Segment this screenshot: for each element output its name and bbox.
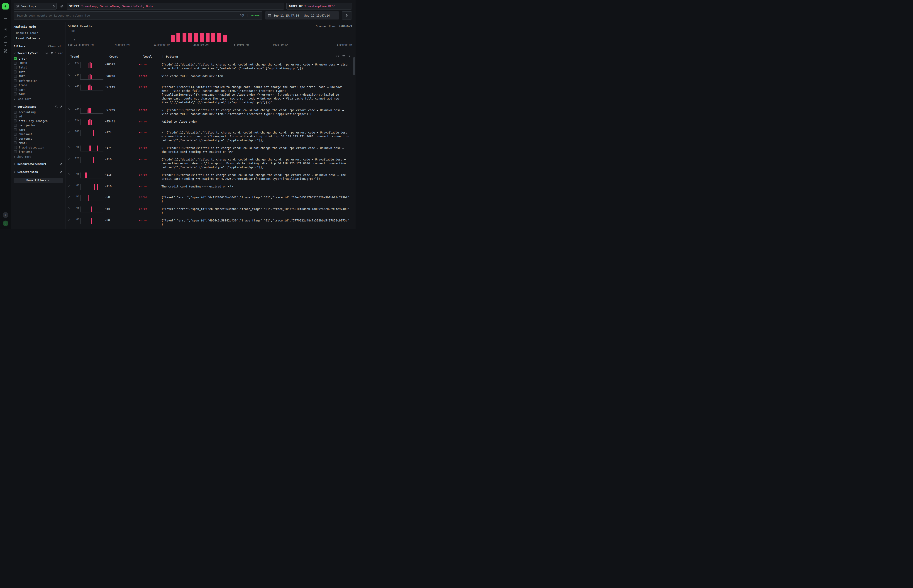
pin-filter-icon[interactable] xyxy=(60,170,63,174)
analysis-mode-option[interactable]: Results Table xyxy=(14,31,63,36)
service-filter-option[interactable]: artillery-loadgen xyxy=(14,119,63,123)
expand-row-icon[interactable] xyxy=(68,145,73,149)
severity-filter-option[interactable]: fatal xyxy=(14,65,63,70)
expand-row-icon[interactable] xyxy=(68,218,73,222)
pattern-text-cell[interactable]: × {"code":13,"details":"failed to charge… xyxy=(162,62,352,70)
filter-search-icon[interactable] xyxy=(55,105,58,108)
expand-row-icon[interactable] xyxy=(68,172,73,176)
source-select[interactable]: Demo Logs xyxy=(14,3,57,10)
expand-row-icon[interactable] xyxy=(68,119,73,123)
search-input[interactable] xyxy=(16,14,238,17)
pattern-row[interactable]: 60 ~58 error × {"level":"error","span_id… xyxy=(68,216,352,228)
severity-filter-option[interactable]: error xyxy=(14,57,63,61)
dashboards-icon[interactable] xyxy=(3,49,8,53)
filter-search-icon[interactable] xyxy=(45,52,49,55)
pattern-row[interactable]: 22K ~97069 error × {"code":13,"details":… xyxy=(68,106,352,117)
pin-filter-icon[interactable] xyxy=(50,52,53,55)
checkbox[interactable] xyxy=(14,57,17,60)
pattern-text-cell[interactable]: × The credit card (ending <*> expired on… xyxy=(162,184,352,188)
checkbox[interactable] xyxy=(14,71,17,73)
service-filter-option[interactable]: currency xyxy=(14,136,63,141)
pin-filter-icon[interactable] xyxy=(60,162,63,166)
checkbox[interactable] xyxy=(14,124,17,127)
pattern-row[interactable]: 60 ~174 error × {"code":13,"details":"fa… xyxy=(68,144,352,155)
clear-severity-link[interactable]: Clear xyxy=(55,52,63,55)
expand-row-icon[interactable] xyxy=(68,195,73,199)
service-filter-option[interactable]: email xyxy=(14,141,63,145)
service-filter-option[interactable]: fraud-detection xyxy=(14,145,63,150)
filter-group-collapsed[interactable]: ScopeVersion xyxy=(14,169,63,175)
filter-group-collapsed[interactable]: ResourceSchemaUrl xyxy=(14,161,63,167)
pattern-text-cell[interactable]: × {"level":"error","span_id":"0c11220615… xyxy=(162,195,352,203)
sidebar-toggle-icon[interactable] xyxy=(3,15,8,19)
select-query-input[interactable]: SELECT Timestamp, ServiceName, SeverityT… xyxy=(67,3,284,10)
code-view-icon[interactable] xyxy=(336,54,339,58)
severity-filter-option[interactable]: INFO xyxy=(14,74,63,79)
column-header-trend[interactable]: Trend xyxy=(68,55,105,58)
checkbox[interactable] xyxy=(14,150,17,153)
filter-group-severitytext[interactable]: SeverityText Clear xyxy=(14,50,63,57)
checkbox[interactable] xyxy=(14,75,17,78)
checkbox[interactable] xyxy=(14,146,17,149)
pattern-row[interactable]: 22K ~98523 error × {"code":13,"details":… xyxy=(68,60,352,72)
pattern-text-cell[interactable]: × {"level":"error","span_id":"6b64c6c588… xyxy=(162,218,352,226)
pattern-text-cell[interactable]: × {"level":"error","span_id":"eb870ecef0… xyxy=(162,206,352,215)
pattern-row[interactable]: 60 ~58 error × {"level":"error","span_id… xyxy=(68,228,352,229)
pattern-row[interactable]: 120 ~116 error × {"code":13,"details":"f… xyxy=(68,155,352,170)
severity-filter-option[interactable]: WARN xyxy=(14,92,63,96)
pattern-row[interactable]: 24K ~98058 error × Visa cache full: cann… xyxy=(68,72,352,82)
search-logs-icon[interactable] xyxy=(3,27,8,32)
severity-filter-option[interactable]: info xyxy=(14,70,63,74)
pattern-text-cell[interactable]: × Failed to place order xyxy=(162,119,352,124)
pattern-text-cell[interactable]: × {"code":13,"details":"failed to charge… xyxy=(162,107,352,116)
column-header-level[interactable]: ⋮ level xyxy=(139,55,162,58)
sql-mode-toggle[interactable]: SQL xyxy=(240,14,245,17)
clear-all-filters-link[interactable]: Clear all xyxy=(48,45,63,48)
checkbox[interactable] xyxy=(14,88,17,91)
source-settings-gear-icon[interactable] xyxy=(59,3,65,9)
expand-row-icon[interactable] xyxy=(68,130,73,134)
column-header-count[interactable]: ⋮ Count xyxy=(105,55,139,58)
severity-filter-option[interactable]: warn xyxy=(14,87,63,92)
histogram-plot[interactable] xyxy=(77,30,352,42)
expand-row-icon[interactable] xyxy=(68,157,73,161)
scrollbar-thumb[interactable] xyxy=(353,57,355,75)
app-logo[interactable] xyxy=(2,3,9,10)
pin-filter-icon[interactable] xyxy=(60,105,63,108)
checkbox[interactable] xyxy=(14,137,17,140)
service-filter-option[interactable]: cainjector xyxy=(14,123,63,128)
load-more-link[interactable]: Load more xyxy=(14,97,63,102)
filter-group-servicename[interactable]: ServiceName xyxy=(14,103,63,110)
user-avatar[interactable]: U xyxy=(3,221,8,226)
analysis-mode-option[interactable]: Event Patterns xyxy=(14,36,63,41)
expand-row-icon[interactable] xyxy=(68,62,73,66)
service-filter-option[interactable]: cart xyxy=(14,128,63,132)
checkbox[interactable] xyxy=(14,132,17,136)
wrap-lines-icon[interactable] xyxy=(342,54,345,58)
expand-row-icon[interactable] xyxy=(68,73,73,77)
severity-filter-option[interactable]: trace xyxy=(14,83,63,87)
more-filters-button[interactable]: More filters xyxy=(14,178,63,183)
date-range-picker[interactable]: Sep 11 15:47:14 - Sep 12 15:47:14 xyxy=(265,11,339,19)
checkbox[interactable] xyxy=(14,115,17,118)
checkbox[interactable] xyxy=(14,92,17,95)
sessions-monitor-icon[interactable] xyxy=(3,42,8,46)
pattern-text-cell[interactable]: × {"code":13,"details":"failed to charge… xyxy=(162,145,352,154)
checkbox[interactable] xyxy=(14,84,17,87)
pattern-text-cell[interactable]: × {"code":13,"details":"failed to charge… xyxy=(162,157,352,169)
service-filter-option[interactable]: frontend xyxy=(14,150,63,154)
pattern-row[interactable]: 60 ~58 error × {"level":"error","span_id… xyxy=(68,204,352,216)
chart-explorer-icon[interactable] xyxy=(3,34,8,39)
expand-row-icon[interactable] xyxy=(68,84,73,88)
pattern-row[interactable]: 22K ~97360 error × {"error":{"code":13,"… xyxy=(68,82,352,106)
checkbox[interactable] xyxy=(14,66,17,69)
checkbox[interactable] xyxy=(14,79,17,82)
column-header-pattern[interactable]: ⋮ Pattern xyxy=(162,55,334,58)
lucene-mode-toggle[interactable]: Lucene xyxy=(250,14,259,17)
column-resize-handle[interactable]: ⋮ xyxy=(139,55,141,58)
service-filter-option[interactable]: accounting xyxy=(14,110,63,115)
pattern-row[interactable]: 60 ~116 error × The credit card (ending … xyxy=(68,182,352,193)
show-more-link[interactable]: Show more xyxy=(14,155,63,159)
expand-row-icon[interactable] xyxy=(68,206,73,210)
checkbox[interactable] xyxy=(14,141,17,144)
